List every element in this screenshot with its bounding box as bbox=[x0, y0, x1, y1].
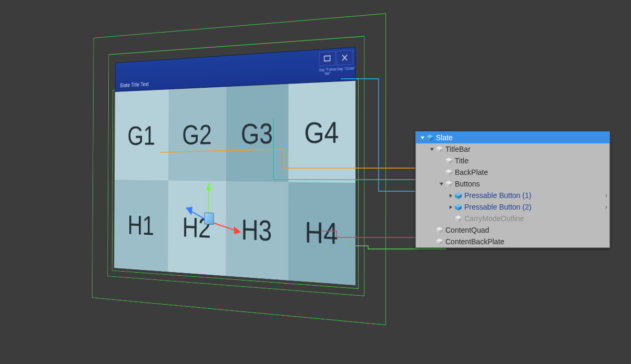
hierarchy-label: BackPlate bbox=[455, 168, 488, 176]
prefab-open-chevron-icon[interactable]: › bbox=[605, 192, 607, 199]
hierarchy-row-slate[interactable]: Slate bbox=[416, 132, 609, 143]
expand-toggle-icon[interactable] bbox=[429, 146, 435, 152]
svg-marker-4 bbox=[420, 136, 424, 139]
hierarchy-label: Slate bbox=[436, 133, 453, 142]
expand-placeholder bbox=[438, 169, 444, 175]
hierarchy-label: TitleBar bbox=[445, 145, 471, 153]
hierarchy-row-backplate[interactable]: BackPlate bbox=[416, 167, 609, 178]
gameobject-cube-icon bbox=[445, 157, 453, 165]
gameobject-cube-icon bbox=[445, 169, 453, 176]
gameobject-cube-icon bbox=[435, 145, 443, 153]
gameobject-cube-icon bbox=[445, 180, 453, 188]
gameobject-cube-icon bbox=[435, 226, 443, 234]
hierarchy-row-contentbackplate[interactable]: ContentBackPlate bbox=[416, 236, 609, 247]
hierarchy-label: ContentQuad bbox=[445, 226, 489, 234]
expand-toggle-icon[interactable] bbox=[438, 181, 444, 187]
gizmo-origin-cube[interactable] bbox=[204, 213, 213, 225]
close-icon bbox=[341, 53, 349, 63]
grid-cell: H2 bbox=[168, 181, 226, 276]
expand-placeholder bbox=[447, 215, 454, 222]
gameobject-cube-icon bbox=[435, 238, 443, 246]
expand-toggle-icon[interactable] bbox=[447, 204, 454, 210]
hierarchy-row-pressable-button-1-[interactable]: Pressable Button (1)› bbox=[416, 190, 609, 201]
expand-placeholder bbox=[438, 158, 444, 164]
hierarchy-row-titlebar[interactable]: TitleBar bbox=[416, 143, 609, 155]
hierarchy-panel[interactable]: SlateTitleBarTitleBackPlateButtonsPressa… bbox=[415, 131, 610, 248]
hierarchy-row-contentquad[interactable]: ContentQuad bbox=[416, 224, 609, 236]
hierarchy-row-buttons[interactable]: Buttons bbox=[416, 178, 609, 190]
svg-marker-18 bbox=[439, 182, 443, 185]
hierarchy-label: Pressable Button (2) bbox=[464, 203, 532, 211]
slate-panel: Slate Title Text Say "Follow Me" Say "Cl… bbox=[114, 47, 355, 285]
gameobject-cube-icon bbox=[454, 215, 462, 223]
svg-marker-26 bbox=[449, 205, 452, 209]
expand-placeholder bbox=[429, 238, 435, 245]
close-button[interactable] bbox=[337, 50, 353, 66]
slate-title-text: Slate Title Text bbox=[120, 81, 149, 88]
grid-cell: H4 bbox=[288, 182, 355, 285]
prefab-open-chevron-icon[interactable]: › bbox=[605, 203, 607, 211]
transform-gizmo[interactable] bbox=[209, 187, 213, 197]
svg-marker-22 bbox=[449, 193, 452, 197]
close-hint: Say "Close" bbox=[335, 66, 357, 71]
grid-cell: G4 bbox=[288, 81, 355, 183]
expand-toggle-icon[interactable] bbox=[447, 192, 454, 199]
hierarchy-row-pressable-button-2-[interactable]: Pressable Button (2)› bbox=[416, 201, 609, 213]
expand-toggle-icon[interactable] bbox=[419, 134, 425, 141]
hierarchy-label: CarryModeOutline bbox=[464, 214, 524, 223]
hierarchy-label: Title bbox=[455, 157, 469, 165]
hierarchy-label: Buttons bbox=[455, 180, 480, 188]
hierarchy-label: Pressable Button (1) bbox=[464, 191, 532, 200]
prefab-cube-icon bbox=[426, 134, 434, 142]
svg-marker-8 bbox=[430, 148, 433, 150]
expand-placeholder bbox=[429, 227, 435, 233]
prefab-cube-icon bbox=[454, 192, 462, 200]
prefab-cube-icon bbox=[454, 203, 462, 211]
hierarchy-row-title[interactable]: Title bbox=[416, 155, 609, 167]
hierarchy-label: ContentBackPlate bbox=[445, 237, 504, 246]
hierarchy-row-carrymodeoutline[interactable]: CarryModeOutline bbox=[416, 213, 609, 224]
